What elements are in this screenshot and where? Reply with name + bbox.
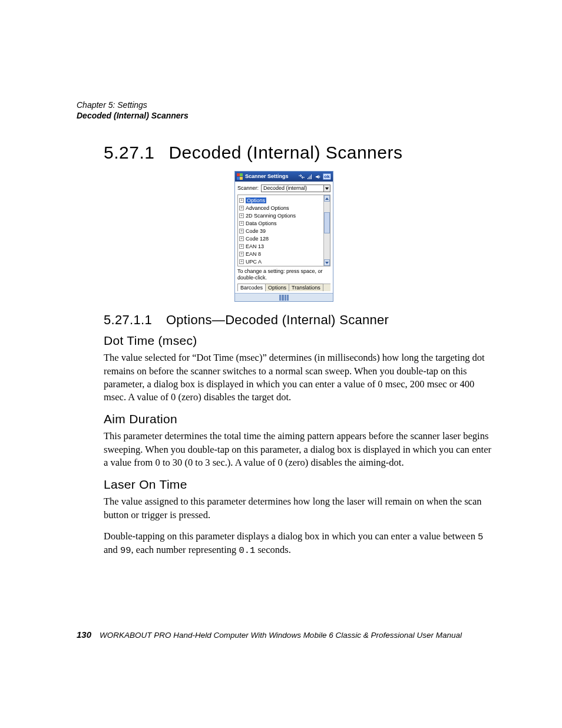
footer-text: WORKABOUT PRO Hand-Held Computer With Wi… <box>100 631 462 640</box>
scanner-select[interactable]: Decoded (internal) <box>261 185 330 192</box>
page-footer: 130 WORKABOUT PRO Hand-Held Computer Wit… <box>77 630 499 640</box>
hint-text: To change a setting: press space, or dou… <box>237 266 330 284</box>
dialog-tabs: Barcodes Options Translations <box>237 284 330 292</box>
expand-icon[interactable]: + <box>239 236 244 241</box>
expand-icon[interactable]: + <box>239 213 244 218</box>
expand-icon[interactable]: + <box>239 198 244 203</box>
tree-item-ean-13[interactable]: +EAN 13 <box>239 243 322 250</box>
keyboard-icon[interactable] <box>279 295 289 301</box>
tab-options[interactable]: Options <box>265 284 289 292</box>
expand-icon[interactable]: + <box>239 252 244 256</box>
paragraph-laser-on-1: The value assigned to this parameter det… <box>104 495 491 522</box>
tree-scrollbar[interactable] <box>323 195 330 266</box>
screenshot-scanner-settings: Scanner Settings ok Scanner: Decoded (in <box>234 171 333 302</box>
tree-item-code-39[interactable]: +Code 39 <box>239 228 322 235</box>
heading-aim-duration: Aim Duration <box>104 412 491 426</box>
soft-keyboard-bar[interactable] <box>235 293 333 301</box>
expand-icon[interactable]: + <box>239 206 244 210</box>
scroll-up-icon[interactable] <box>324 195 330 202</box>
chevron-down-icon[interactable] <box>323 185 330 192</box>
paragraph-aim-duration: This parameter determines the total time… <box>104 430 491 469</box>
tree-item-advanced-options[interactable]: +Advanced Options <box>239 205 322 212</box>
scroll-thumb[interactable] <box>324 212 330 233</box>
tree-item-upc-a[interactable]: +UPC A <box>239 258 322 265</box>
tab-barcodes[interactable]: Barcodes <box>237 284 266 292</box>
connectivity-icon[interactable] <box>298 173 305 180</box>
heading-5-27-1-1: 5.27.1.1Options—Decoded (Internal) Scann… <box>104 312 491 328</box>
ok-button[interactable]: ok <box>323 173 331 180</box>
heading-dot-time: Dot Time (msec) <box>104 334 491 348</box>
chapter-label: Chapter 5: Settings <box>77 100 491 110</box>
heading-number: 5.27.1.1 <box>104 312 152 328</box>
heading-number: 5.27.1 <box>104 143 154 163</box>
tree-item-code-128[interactable]: +Code 128 <box>239 235 322 242</box>
expand-icon[interactable]: + <box>239 244 244 249</box>
scanner-label: Scanner: <box>237 185 259 192</box>
section-label: Decoded (Internal) Scanners <box>77 111 491 120</box>
page-number: 130 <box>77 630 91 640</box>
expand-icon[interactable]: + <box>239 229 244 233</box>
heading-text: Options—Decoded (Internal) Scanner <box>166 312 389 327</box>
tree-item-options[interactable]: +Options <box>239 197 322 204</box>
tree-item-2d-scanning-options[interactable]: +2D Scanning Options <box>239 212 322 219</box>
heading-laser-on-time: Laser On Time <box>104 477 491 492</box>
value-5: 5 <box>478 532 483 542</box>
heading-5-27-1: 5.27.1Decoded (Internal) Scanners <box>104 143 491 163</box>
expand-icon[interactable]: + <box>239 221 244 226</box>
tree-item-data-options[interactable]: +Data Options <box>239 220 322 227</box>
signal-icon[interactable] <box>306 173 313 180</box>
scroll-down-icon[interactable] <box>324 259 330 266</box>
tab-translations[interactable]: Translations <box>289 284 323 292</box>
scroll-track[interactable] <box>324 202 330 259</box>
window-title: Scanner Settings <box>245 173 289 180</box>
paragraph-dot-time: The value selected for “Dot Time (msec)”… <box>104 351 491 404</box>
volume-icon[interactable] <box>315 173 321 180</box>
value-0-1: 0.1 <box>239 545 255 556</box>
heading-text: Decoded (Internal) Scanners <box>168 143 402 162</box>
value-99: 99 <box>120 545 131 556</box>
scanner-select-value: Decoded (internal) <box>263 185 307 192</box>
options-tree[interactable]: +Options +Advanced Options +2D Scanning … <box>238 195 323 266</box>
start-icon[interactable] <box>237 173 243 180</box>
expand-icon[interactable]: + <box>239 259 244 264</box>
window-titlebar: Scanner Settings ok <box>235 172 333 182</box>
paragraph-laser-on-2: Double-tapping on this parameter display… <box>104 530 491 557</box>
tree-item-ean-8[interactable]: +EAN 8 <box>239 251 322 258</box>
